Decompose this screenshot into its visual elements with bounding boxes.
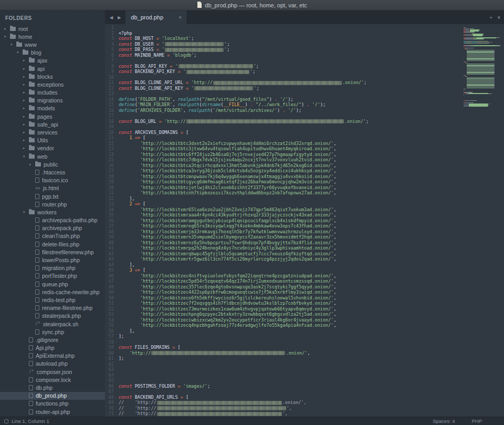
- code-line-28[interactable]: 28 'http://lockbitbtcmnpwaav7kj6q4wyggb6…: [105, 174, 462, 180]
- code-line-13[interactable]: 13: [105, 91, 462, 97]
- code-line-65[interactable]: 65: [105, 378, 462, 383]
- code-line-4[interactable]: 4const DB_USER = '';: [105, 42, 462, 47]
- code-line-38[interactable]: 38 'http://lockbitxmrjm33rmkavgi7hoxqlh5…: [105, 229, 462, 235]
- code-line-26[interactable]: 26 'http://lockbitbtca3tqcirhcqdxnxl3hmt…: [105, 163, 462, 169]
- new-tab-icon[interactable]: +: [489, 14, 492, 20]
- tree-file-composer.json[interactable]: /*composer.json: [0, 368, 105, 376]
- tree-file-portTester.php[interactable]: portTester.php: [0, 272, 105, 280]
- code-line-46[interactable]: 46 'http://lockbitzec4niftvpiuoleefsbysf…: [105, 273, 462, 279]
- code-line-8[interactable]: 8const BLOG_API_KEY = '';: [105, 64, 462, 69]
- tree-folder-migrations[interactable]: ▸migrations: [0, 97, 105, 105]
- code-line-53[interactable]: 53 'http://lockbitzechpng6qzpyec2btxkxtr…: [105, 312, 462, 317]
- code-line-35[interactable]: 35 'http://lockbitxmraaa4r4yn4ci43kyudtr…: [105, 212, 462, 218]
- tree-file-Api.php[interactable]: Api.php: [0, 344, 105, 352]
- code-line-21[interactable]: 21 1 => [: [105, 135, 462, 141]
- code-line-10[interactable]: 10: [105, 75, 462, 80]
- tree-file-functions.php[interactable]: functions.php: [0, 400, 105, 408]
- code-line-6[interactable]: 6const MAINDB_NAME = 'blogdb';: [105, 53, 462, 58]
- code-line-51[interactable]: 51 'http://lockbitzec7f2eqsgqs4ih7fldbco…: [105, 300, 462, 306]
- tree-folder-root[interactable]: ▸root: [0, 25, 105, 33]
- code-line-20[interactable]: 20const ARCHIVES_DOMAINS = [: [105, 130, 462, 136]
- code-line-32[interactable]: 32 ],: [105, 196, 462, 202]
- tree-file-rename-filestree.php[interactable]: rename-filestree.php: [0, 304, 105, 312]
- tree-file-stealerpack.sh[interactable]: /*stealerpack.sh: [0, 320, 105, 328]
- minimap[interactable]: [462, 24, 504, 417]
- code-line-71[interactable]: 71// 'http://',: [105, 411, 462, 417]
- tree-folder-workers[interactable]: ▾workers: [0, 208, 105, 216]
- tree-file-filestreefilerenew.php[interactable]: filestreefilerenew.php: [0, 248, 105, 256]
- tree-file-.gitignore[interactable]: .gitignore: [0, 336, 105, 344]
- code-line-43[interactable]: 43 'http://lockbitxmrtr5gwz6il3cn774f5ci…: [105, 256, 462, 262]
- tree-folder-web[interactable]: ▾web: [0, 152, 105, 160]
- tree-file-migration.php[interactable]: migration.php: [0, 264, 105, 272]
- tree-folder-blog[interactable]: ▾blog: [0, 49, 105, 57]
- code-line-61[interactable]: 61];: [105, 356, 462, 361]
- chevron-down-icon[interactable]: ▾: [4, 35, 10, 39]
- tree-file-redis-cache-rewrite.php[interactable]: redis-cache-rewrite.php: [0, 288, 105, 296]
- tree-file-archivepack-paths.php[interactable]: archivepack-paths.php: [0, 216, 105, 224]
- tree-folder-services[interactable]: ▸services: [0, 128, 105, 136]
- chevron-down-icon[interactable]: ▾: [17, 50, 23, 55]
- tree-folder-api[interactable]: ▸api: [0, 65, 105, 72]
- code-line-54[interactable]: 54 'http://lockbitzeciwbizxcwq2km2yv2euc…: [105, 317, 462, 323]
- chevron-right-icon[interactable]: ▸: [23, 82, 29, 87]
- code-line-29[interactable]: 29 'http://lockbitbtcgycg6dmfmsag6ixtqf2…: [105, 179, 462, 185]
- overflow-menu-icon[interactable]: ▾: [497, 14, 500, 21]
- code-line-39[interactable]: 39 'http://lockbitxmrn35vmpumd2sielbymgv…: [105, 234, 462, 240]
- chevron-right-icon[interactable]: ▸: [29, 162, 35, 167]
- tree-file-stealerpack.php[interactable]: stealerpack.php: [0, 312, 105, 320]
- code-line-52[interactable]: 52 'http://lockbitzec73murmeizkes1xaw6um…: [105, 306, 462, 312]
- code-line-25[interactable]: 25 'http://lockbitbtc7dbgx7dvk15jsjxu4aq…: [105, 157, 462, 163]
- code-line-33[interactable]: 33 2 => [: [105, 201, 462, 207]
- tree-folder-www[interactable]: ▾www: [0, 40, 105, 48]
- code-line-24[interactable]: 24 'http://lockbitbtc6ff24juz2b46sa6j7oj…: [105, 152, 462, 158]
- code-line-37[interactable]: 37 'http://lockbitxmreg65rx3kssyqwlxqg7t…: [105, 223, 462, 229]
- code-line-5[interactable]: 5const DB_PASS = '';: [105, 47, 462, 53]
- tree-folder-home[interactable]: ▾home: [0, 33, 105, 40]
- code-line-11[interactable]: 11const BLOG_CLONE_API_URL = 'http://.on…: [105, 80, 462, 86]
- code-line-41[interactable]: 41 'http://lockbitxmrpq2h24boneg4z4ys7nc…: [105, 245, 462, 251]
- code-line-31[interactable]: 31 'http://lockbitbtcnh7tipkozezsi7kszvt…: [105, 190, 462, 196]
- code-line-22[interactable]: 22 'http://lockbitbtc3dxnt2e2xiefczvpwyx…: [105, 141, 462, 147]
- code-line-70[interactable]: 70// 'http://',: [105, 406, 462, 411]
- code-line-45[interactable]: 45 3 => [: [105, 267, 462, 273]
- tree-file-cleanTrash.php[interactable]: cleanTrash.php: [0, 232, 105, 240]
- chevron-right-icon[interactable]: ▸: [23, 122, 29, 127]
- code-line-69[interactable]: 69// 'http://.onion/',: [105, 400, 462, 406]
- code-line-14[interactable]: 14define('FOLDER_PATH', realpath("/mnt/v…: [105, 97, 462, 102]
- chevron-down-icon[interactable]: ▾: [23, 210, 29, 214]
- tree-folder-Utils[interactable]: ▸Utils: [0, 137, 105, 144]
- code-line-58[interactable]: 58: [105, 339, 462, 345]
- code-line-68[interactable]: 68const BACKEND_API_URLS = [: [105, 395, 462, 400]
- code-line-56[interactable]: 56 ],: [105, 328, 462, 334]
- code-line-15[interactable]: 15define('MAIN_FOLDER', realpath(dirname…: [105, 102, 462, 108]
- code-line-62[interactable]: 62: [105, 361, 462, 367]
- code-line-66[interactable]: 66const POSTIMGS_FOLDER = 'images/';: [105, 383, 462, 389]
- nav-back-icon[interactable]: ◀: [110, 15, 113, 20]
- indent-setting[interactable]: Spaces: 4: [433, 418, 455, 424]
- tree-folder-safe_api[interactable]: ▸safe_api: [0, 120, 105, 128]
- tree-file-db_prod.php[interactable]: db_prod.php: [0, 392, 105, 400]
- chevron-right-icon[interactable]: ▸: [23, 146, 29, 150]
- chevron-right-icon[interactable]: ▸: [23, 106, 29, 110]
- tree-file-router-api.php[interactable]: router-api.php: [0, 408, 105, 416]
- tree-folder-blocks[interactable]: ▸blocks: [0, 72, 105, 80]
- tree-file-ApiExternal.php[interactable]: ApiExternal.php: [0, 352, 105, 360]
- tree-file-autoload.php[interactable]: autoload.php: [0, 360, 105, 368]
- code-line-34[interactable]: 34 'http://lockbitxmr65lua6xze2ua2jbh23v…: [105, 207, 462, 213]
- code-line-44[interactable]: 44 ],: [105, 262, 462, 268]
- code-line-18[interactable]: 18const BLOG_URL = 'http://.onion/';: [105, 119, 462, 125]
- tree-file-js.html[interactable]: <>js.html: [0, 184, 105, 192]
- code-line-17[interactable]: 17: [105, 113, 462, 119]
- tree-file-db.php[interactable]: db.php: [0, 383, 105, 391]
- chevron-right-icon[interactable]: ▸: [23, 67, 29, 71]
- code-line-60[interactable]: 60 'http://.onion/',: [105, 350, 462, 356]
- chevron-right-icon[interactable]: ▸: [23, 98, 29, 102]
- code-line-48[interactable]: 48 'http://lockbitzec357lec6zqe4gtobvsnw…: [105, 284, 462, 290]
- code-line-23[interactable]: 23 'http://lockbitbtc3jtxw64vu4tqsewlfia…: [105, 146, 462, 152]
- tree-file-composer.lock[interactable]: composer.lock: [0, 376, 105, 383]
- chevron-right-icon[interactable]: ▸: [23, 130, 29, 134]
- tab-db_prod-php[interactable]: db_prod.php ×: [125, 11, 187, 24]
- code-line-30[interactable]: 30 'http://lockbitbtcjetlwj4hi2clxoeb6zi…: [105, 185, 462, 191]
- chevron-down-icon[interactable]: ▾: [10, 43, 16, 47]
